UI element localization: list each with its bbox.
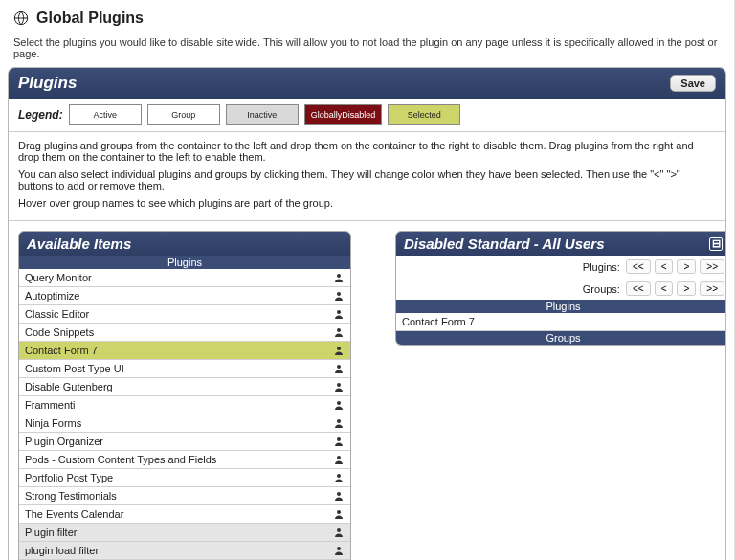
available-plugin-item[interactable]: Autoptimize xyxy=(19,287,350,305)
person-icon xyxy=(333,363,345,374)
globe-icon xyxy=(13,11,29,26)
disabled-plugin-item[interactable]: Contact Form 7 xyxy=(396,313,726,331)
plugin-label: Code Snippets xyxy=(25,326,94,338)
person-icon xyxy=(333,508,345,520)
plugin-label: Classic Editor xyxy=(25,308,89,320)
groups-controls: Groups: << < > >> xyxy=(396,278,726,300)
person-icon xyxy=(333,472,345,483)
groups-move-left[interactable]: < xyxy=(655,281,674,296)
legend-inactive: Inactive xyxy=(226,104,299,125)
groups-move-all-left[interactable]: << xyxy=(626,281,651,296)
plugin-label: Disable Gutenberg xyxy=(25,381,113,392)
available-plugin-item[interactable]: Classic Editor xyxy=(19,305,350,324)
available-list: Query MonitorAutoptimizeClassic EditorCo… xyxy=(19,269,350,560)
svg-point-12 xyxy=(337,474,341,478)
instruction-line: Drag plugins and groups from the contain… xyxy=(18,140,716,163)
legend-group: Group xyxy=(147,104,220,125)
person-icon xyxy=(333,526,345,538)
available-plugin-item[interactable]: The Events Calendar xyxy=(19,505,350,524)
panel-title: Plugins xyxy=(18,74,77,93)
svg-point-6 xyxy=(337,365,341,369)
instruction-line: You can also select individual plugins a… xyxy=(18,168,716,191)
groups-control-label: Groups: xyxy=(583,283,620,295)
page-title: Global Plugins xyxy=(36,10,144,27)
available-box[interactable]: Available Items Plugins Query MonitorAut… xyxy=(18,231,351,560)
available-plugin-item[interactable]: Frammenti xyxy=(19,396,350,414)
svg-point-2 xyxy=(337,292,341,296)
save-button[interactable]: Save xyxy=(670,75,716,92)
plugin-label: Ninja Forms xyxy=(25,417,81,429)
person-icon xyxy=(333,272,345,283)
plugin-label: Contact Form 7 xyxy=(402,316,475,327)
available-plugins-header: Plugins xyxy=(19,256,350,269)
person-icon xyxy=(333,545,345,556)
collapse-icon[interactable]: ⊟ xyxy=(709,237,723,251)
plugin-label: Frammenti xyxy=(25,399,76,411)
plugins-move-all-left[interactable]: << xyxy=(626,259,651,274)
available-title: Available Items xyxy=(19,232,350,256)
svg-point-13 xyxy=(337,492,341,496)
plugin-label: Contact Form 7 xyxy=(25,345,98,356)
svg-point-10 xyxy=(337,437,341,441)
available-plugin-item[interactable]: Code Snippets xyxy=(19,324,350,342)
instructions: Drag plugins and groups from the contain… xyxy=(9,132,725,221)
svg-point-5 xyxy=(337,347,341,350)
page-header: Global Plugins xyxy=(0,0,734,33)
plugins-move-left[interactable]: < xyxy=(655,259,674,274)
person-icon xyxy=(333,345,345,356)
svg-point-11 xyxy=(337,456,341,459)
person-icon xyxy=(333,490,345,502)
groups-move-right[interactable]: > xyxy=(677,281,696,296)
groups-move-all-right[interactable]: >> xyxy=(700,281,724,296)
disabled-title: Disabled Standard - All Users ⊟ xyxy=(396,232,726,256)
instruction-line: Hover over group names to see which plug… xyxy=(18,197,716,209)
available-plugin-item[interactable]: Plugin filter xyxy=(19,524,350,542)
svg-point-1 xyxy=(337,274,341,278)
disabled-box[interactable]: Disabled Standard - All Users ⊟ Plugins:… xyxy=(395,231,726,346)
page: Global Plugins Select the plugins you wo… xyxy=(0,0,735,560)
svg-point-4 xyxy=(337,328,341,332)
svg-point-16 xyxy=(337,547,341,550)
person-icon xyxy=(333,326,345,338)
person-icon xyxy=(333,454,345,465)
available-plugin-item[interactable]: Query Monitor xyxy=(19,269,350,287)
svg-point-8 xyxy=(337,401,341,405)
person-icon xyxy=(333,399,345,411)
available-plugin-item[interactable]: Plugin Organizer xyxy=(19,433,350,451)
available-plugin-item[interactable]: Pods - Custom Content Types and Fields xyxy=(19,451,350,469)
person-icon xyxy=(333,436,345,447)
legend-globally-disabled: GloballyDisabled xyxy=(304,104,383,125)
available-plugin-item[interactable]: Disable Gutenberg xyxy=(19,378,350,396)
svg-point-3 xyxy=(337,310,341,314)
plugin-label: Strong Testimonials xyxy=(25,490,117,502)
available-plugin-item[interactable]: Contact Form 7 xyxy=(19,342,350,360)
plugins-move-right[interactable]: > xyxy=(677,259,696,274)
available-plugin-item[interactable]: Ninja Forms xyxy=(19,414,350,433)
plugin-label: The Events Calendar xyxy=(25,508,123,520)
plugin-label: Custom Post Type UI xyxy=(25,363,124,374)
person-icon xyxy=(333,290,345,302)
plugin-label: Pods - Custom Content Types and Fields xyxy=(25,454,216,465)
disabled-plugins-header: Plugins xyxy=(396,300,726,313)
legend-selected: Selected xyxy=(388,104,460,125)
plugins-controls: Plugins: << < > >> xyxy=(396,256,726,278)
svg-point-9 xyxy=(337,419,341,423)
available-plugin-item[interactable]: Strong Testimonials xyxy=(19,487,350,505)
disabled-groups-header: Groups xyxy=(396,331,726,345)
plugins-control-label: Plugins: xyxy=(583,261,620,273)
person-icon xyxy=(333,417,345,429)
person-icon xyxy=(333,308,345,320)
plugin-label: Query Monitor xyxy=(25,272,92,283)
plugins-move-all-right[interactable]: >> xyxy=(700,259,724,274)
available-plugin-item[interactable]: plugin load filter xyxy=(19,542,350,560)
svg-point-14 xyxy=(337,510,341,514)
plugin-label: Plugin filter xyxy=(25,526,77,538)
legend-active: Active xyxy=(69,104,142,125)
person-icon xyxy=(333,381,345,392)
available-plugin-item[interactable]: Portfolio Post Type xyxy=(19,469,350,487)
legend-row: Legend: Active Group Inactive GloballyDi… xyxy=(9,99,725,132)
available-plugin-item[interactable]: Custom Post Type UI xyxy=(19,360,350,378)
svg-point-15 xyxy=(337,528,341,532)
plugins-panel: Plugins Save Legend: Active Group Inacti… xyxy=(8,67,726,560)
plugin-label: Autoptimize xyxy=(25,290,79,302)
